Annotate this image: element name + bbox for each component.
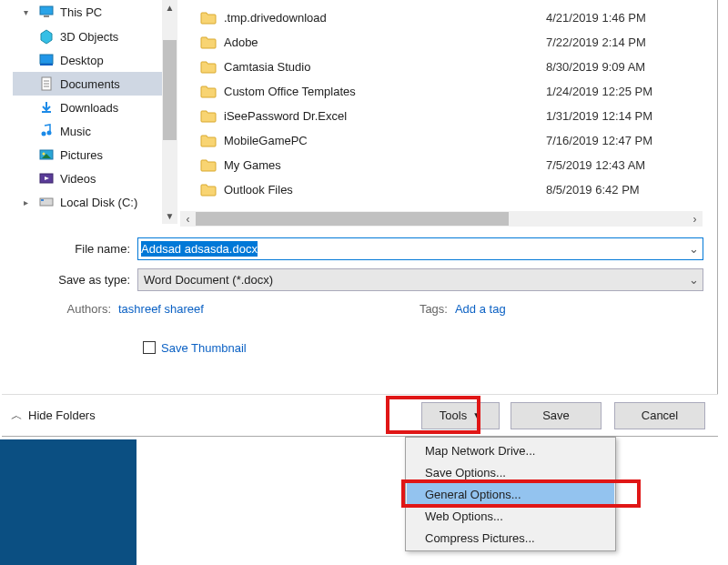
file-row[interactable]: iSeePassword Dr.Excel1/31/2019 12:14 PM xyxy=(187,104,701,128)
file-date: 1/31/2019 12:14 PM xyxy=(546,109,701,123)
tree-item-documents[interactable]: Documents xyxy=(13,72,173,96)
tags-label: Tags: xyxy=(404,302,455,316)
cancel-button[interactable]: Cancel xyxy=(614,402,705,429)
tools-menu-item[interactable]: Compress Pictures... xyxy=(407,527,614,549)
save-thumbnail-checkbox[interactable] xyxy=(143,341,156,354)
hscroll-right-icon[interactable]: › xyxy=(687,211,703,227)
file-date: 7/22/2019 2:14 PM xyxy=(546,35,701,49)
saveastype-select[interactable]: Word Document (*.docx) ⌄ xyxy=(137,268,703,291)
file-list-hscrollbar[interactable]: ‹ › xyxy=(180,211,703,227)
saveastype-label: Save as type: xyxy=(2,273,137,287)
cancel-label: Cancel xyxy=(642,409,678,422)
disk-icon xyxy=(38,194,55,210)
file-row[interactable]: Custom Office Templates1/24/2019 12:25 P… xyxy=(187,79,701,104)
save-form: File name: Addsad adsasda.docx ⌄ Save as… xyxy=(2,235,718,360)
tree-item-label: This PC xyxy=(60,5,173,19)
tree-item-pc[interactable]: ▾This PC xyxy=(13,0,173,24)
documents-icon xyxy=(38,76,55,92)
folder-icon xyxy=(198,106,218,126)
tree-item-label: Pictures xyxy=(60,148,173,162)
expand-icon[interactable]: ▸ xyxy=(24,197,33,207)
tree-item-videos[interactable]: Videos xyxy=(13,166,173,190)
svg-rect-3 xyxy=(40,55,53,64)
svg-rect-4 xyxy=(40,64,53,66)
tools-menu-item[interactable]: Web Options... xyxy=(407,505,614,527)
authors-value[interactable]: tashreef shareef xyxy=(118,302,204,316)
file-row[interactable]: Outlook Files8/5/2019 6:42 PM xyxy=(187,177,701,202)
svg-marker-2 xyxy=(41,30,52,44)
tools-menu[interactable]: Map Network Drive...Save Options...Gener… xyxy=(405,437,616,551)
chevron-up-icon: ︿ xyxy=(11,408,23,424)
desktop-icon xyxy=(38,52,55,68)
expand-icon[interactable]: ▾ xyxy=(24,7,33,17)
file-date: 7/16/2019 12:47 PM xyxy=(546,134,701,147)
tree-item-label: Desktop xyxy=(60,54,173,67)
filename-dropdown-icon[interactable]: ⌄ xyxy=(684,238,703,259)
filename-value: Addsad adsasda.docx xyxy=(141,241,258,257)
authors-label: Authors: xyxy=(2,302,118,316)
3d-icon xyxy=(38,28,55,45)
hide-folders-button[interactable]: ︿ Hide Folders xyxy=(2,408,96,424)
tree-item-3d[interactable]: 3D Objects xyxy=(13,25,173,48)
file-row[interactable]: Adobe7/22/2019 2:14 PM xyxy=(187,30,701,55)
tree-item-desktop[interactable]: Desktop xyxy=(13,48,173,72)
file-name: MobileGamePC xyxy=(224,134,546,147)
svg-rect-18 xyxy=(41,199,44,201)
file-row[interactable]: Camtasia Studio8/30/2019 9:09 AM xyxy=(187,55,701,79)
tree-item-music[interactable]: Music xyxy=(13,119,173,143)
downloads-icon xyxy=(38,99,55,116)
saveastype-value: Word Document (*.docx) xyxy=(144,273,273,287)
music-icon xyxy=(38,123,55,139)
file-row[interactable]: .tmp.drivedownload4/21/2019 1:46 PM xyxy=(187,5,701,30)
hide-folders-label: Hide Folders xyxy=(28,409,96,422)
file-name: Outlook Files xyxy=(224,183,546,197)
filename-label: File name: xyxy=(2,242,137,256)
tree-item-label: Music xyxy=(60,125,173,138)
folder-icon xyxy=(198,82,218,102)
tree-item-pictures[interactable]: Pictures xyxy=(13,143,173,166)
tools-label: Tools xyxy=(440,409,467,422)
filename-input[interactable]: Addsad adsasda.docx ⌄ xyxy=(137,237,703,260)
pictures-icon xyxy=(38,146,55,163)
tools-menu-item[interactable]: General Options... xyxy=(407,483,614,505)
tree-item-downloads[interactable]: Downloads xyxy=(13,96,173,119)
save-thumbnail-label[interactable]: Save Thumbnail xyxy=(161,341,247,355)
tree-item-disk[interactable]: ▸Local Disk (C:) xyxy=(13,190,173,214)
file-row[interactable]: MobileGamePC7/16/2019 12:47 PM xyxy=(187,128,701,153)
saveastype-dropdown-icon[interactable]: ⌄ xyxy=(684,269,703,290)
tools-menu-item[interactable]: Map Network Drive... xyxy=(407,439,614,461)
hscroll-thumb[interactable] xyxy=(196,212,509,226)
tree-item-label: 3D Objects xyxy=(60,30,173,44)
file-name: My Games xyxy=(224,158,546,172)
file-list-area: .tmp.drivedownload4/21/2019 1:46 PMAdobe… xyxy=(180,0,708,227)
save-as-dialog: ▾This PC3D ObjectsDesktopDocumentsDownlo… xyxy=(2,0,718,437)
navigation-tree[interactable]: ▾This PC3D ObjectsDesktopDocumentsDownlo… xyxy=(13,0,173,227)
folder-icon xyxy=(198,131,218,151)
scroll-up-icon[interactable]: ▲ xyxy=(162,0,177,15)
hscroll-left-icon[interactable]: ‹ xyxy=(180,211,196,227)
file-name: Camtasia Studio xyxy=(224,60,546,74)
tree-scrollbar[interactable]: ▲ ▼ xyxy=(162,0,177,224)
save-button[interactable]: Save xyxy=(511,402,602,429)
tools-button[interactable]: Tools ▼ xyxy=(421,402,500,429)
pc-icon xyxy=(38,4,55,20)
tree-item-label: Documents xyxy=(60,77,173,91)
dialog-bottom-bar: ︿ Hide Folders Tools ▼ Save Cancel xyxy=(2,394,718,436)
folder-icon xyxy=(198,180,218,200)
tags-value[interactable]: Add a tag xyxy=(455,302,506,316)
tools-menu-item[interactable]: Save Options... xyxy=(407,461,614,483)
svg-rect-0 xyxy=(40,6,53,15)
svg-point-13 xyxy=(43,153,46,156)
file-date: 4/21/2019 1:46 PM xyxy=(546,11,701,25)
file-name: iSeePassword Dr.Excel xyxy=(224,109,546,123)
folder-icon xyxy=(198,57,218,77)
file-list[interactable]: .tmp.drivedownload4/21/2019 1:46 PMAdobe… xyxy=(187,5,701,206)
videos-icon xyxy=(38,170,55,187)
svg-rect-1 xyxy=(44,15,49,17)
folder-icon xyxy=(198,156,218,176)
file-name: Custom Office Templates xyxy=(224,85,546,98)
file-row[interactable]: My Games7/5/2019 12:43 AM xyxy=(187,153,701,177)
tree-item-label: Videos xyxy=(60,172,173,186)
tree-scrollbar-thumb[interactable] xyxy=(163,40,177,140)
scroll-down-icon[interactable]: ▼ xyxy=(162,208,177,224)
